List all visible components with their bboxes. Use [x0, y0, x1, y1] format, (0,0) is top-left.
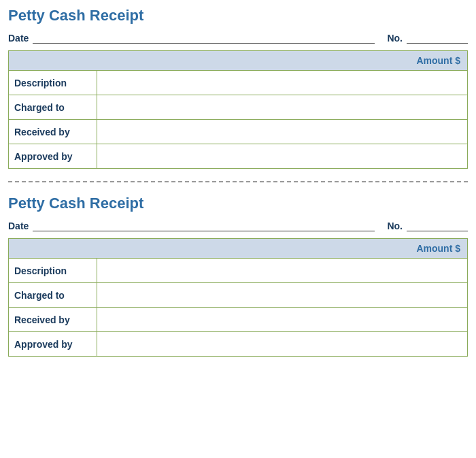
receipt-2-received-value[interactable] — [97, 308, 468, 332]
receipt-2-approved-label: Approved by — [9, 332, 97, 357]
receipt-1-no-label: No. — [387, 33, 403, 44]
receipt-1-approved-value[interactable] — [97, 144, 468, 169]
receipt-1-charged-value[interactable] — [97, 95, 468, 120]
section-divider — [8, 181, 468, 182]
receipt-1-received-label: Received by — [9, 120, 97, 144]
receipt-2-approved-value[interactable] — [97, 332, 468, 357]
receipt-1-amount-header: Amount $ — [9, 51, 468, 71]
receipt-1: Petty Cash Receipt Date No. Amount $ Des… — [8, 7, 468, 169]
receipt-1-received-row: Received by — [9, 120, 468, 144]
receipt-2-amount-header-row: Amount $ — [9, 239, 468, 259]
receipt-2-received-label: Received by — [9, 308, 97, 332]
receipt-2-amount-header: Amount $ — [9, 239, 468, 259]
receipt-1-table: Amount $ Description Charged to Received… — [8, 50, 468, 169]
receipt-1-approved-label: Approved by — [9, 144, 97, 169]
receipt-1-approved-row: Approved by — [9, 144, 468, 169]
receipt-2-date-row: Date No. — [8, 219, 468, 231]
receipt-2-description-value[interactable] — [97, 259, 468, 283]
receipt-1-charged-label: Charged to — [9, 95, 97, 120]
receipt-2-description-row: Description — [9, 259, 468, 283]
receipt-1-title: Petty Cash Receipt — [8, 7, 468, 24]
receipt-1-charged-row: Charged to — [9, 95, 468, 120]
receipt-1-date-input[interactable] — [33, 31, 375, 44]
receipt-1-no-input[interactable] — [407, 31, 468, 44]
receipt-1-received-value[interactable] — [97, 120, 468, 144]
receipt-2-no-input[interactable] — [407, 219, 468, 231]
receipt-2-received-row: Received by — [9, 308, 468, 332]
receipt-2-no-label: No. — [387, 220, 403, 231]
receipt-2-date-input[interactable] — [33, 219, 375, 231]
receipt-2-approved-row: Approved by — [9, 332, 468, 357]
receipt-2-charged-label: Charged to — [9, 283, 97, 308]
receipt-1-amount-header-row: Amount $ — [9, 51, 468, 71]
receipt-2-table: Amount $ Description Charged to Received… — [8, 238, 468, 357]
receipt-1-date-row: Date No. — [8, 31, 468, 44]
receipt-1-description-value[interactable] — [97, 71, 468, 95]
receipt-2-title: Petty Cash Receipt — [8, 195, 468, 212]
receipt-2-date-label: Date — [8, 220, 29, 231]
receipt-1-date-label: Date — [8, 33, 29, 44]
receipt-2-charged-value[interactable] — [97, 283, 468, 308]
receipt-2-description-label: Description — [9, 259, 97, 283]
receipt-1-description-row: Description — [9, 71, 468, 95]
receipt-2: Petty Cash Receipt Date No. Amount $ Des… — [8, 195, 468, 357]
receipt-2-charged-row: Charged to — [9, 283, 468, 308]
receipt-1-description-label: Description — [9, 71, 97, 95]
